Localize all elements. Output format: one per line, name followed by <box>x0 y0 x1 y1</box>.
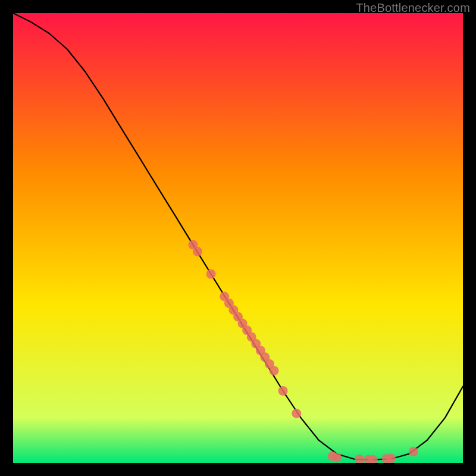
data-marker <box>386 453 396 463</box>
data-marker <box>278 386 288 396</box>
data-marker <box>206 270 216 279</box>
attribution-text: TheBottlenecker.com <box>356 1 470 15</box>
data-marker <box>409 447 418 456</box>
data-marker <box>193 247 202 256</box>
data-marker <box>292 409 301 418</box>
chart-frame <box>13 13 463 463</box>
data-marker <box>270 366 279 375</box>
data-marker <box>332 453 342 462</box>
heat-background <box>13 13 463 463</box>
bottleneck-chart <box>13 13 463 463</box>
